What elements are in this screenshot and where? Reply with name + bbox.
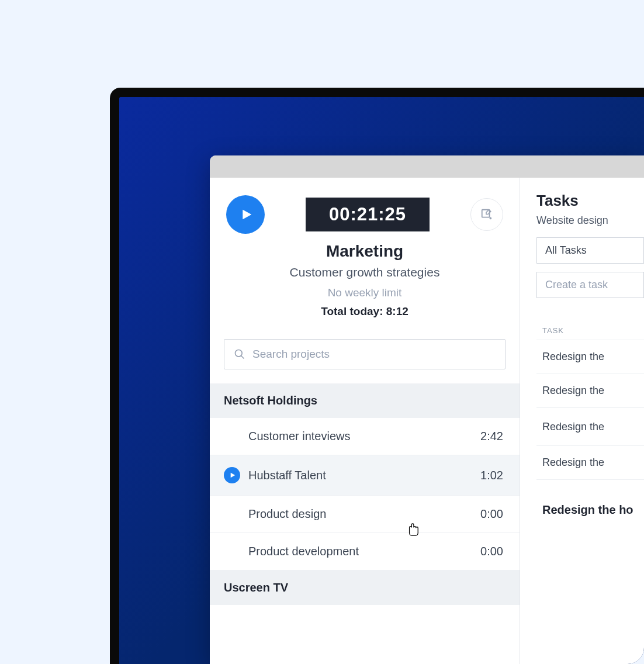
project-name: Hubstaff Talent [248, 469, 472, 482]
tasks-filter-select[interactable]: All Tasks [536, 237, 644, 264]
active-task-name: Customer growth strategies [226, 265, 503, 279]
task-row[interactable]: Redesign the [536, 408, 644, 446]
project-name: Product design [248, 507, 472, 521]
tasks-heading: Tasks [536, 192, 644, 210]
timer-pane: 00:21:25 Marketing Customer g [210, 178, 520, 664]
active-project-name: Marketing [226, 242, 503, 261]
tasks-filter-value: All Tasks [545, 244, 587, 256]
search-projects-input[interactable] [224, 339, 505, 369]
task-name: Redesign the [542, 456, 604, 469]
create-task-field[interactable] [545, 279, 635, 291]
task-name: Redesign the [542, 385, 604, 397]
project-name: Product development [248, 545, 472, 558]
company-header: Uscreen TV [210, 570, 520, 605]
time-display: 00:21:25 [306, 198, 430, 231]
search-icon [234, 348, 245, 360]
edit-note-button[interactable] [470, 198, 503, 231]
start-timer-button[interactable] [226, 195, 265, 234]
window-titlebar [210, 155, 644, 178]
task-row[interactable]: Redesign the [536, 446, 644, 480]
project-time: 2:42 [480, 430, 503, 443]
svg-point-3 [236, 350, 243, 357]
project-time: 1:02 [480, 469, 503, 482]
task-name: Redesign the [542, 351, 604, 363]
task-row[interactable]: Redesign the [536, 374, 644, 408]
app-window: 00:21:25 Marketing Customer g [210, 155, 644, 664]
edit-icon [480, 208, 493, 221]
project-play-slot [224, 467, 240, 483]
play-icon [230, 472, 236, 479]
project-name: Customer inteviews [248, 430, 472, 443]
create-task-input[interactable] [536, 272, 644, 298]
selected-task-footer: Redesign the ho [536, 480, 644, 517]
company-header: Netsoft Holdings [210, 383, 520, 418]
play-icon [241, 208, 252, 222]
task-column-header: TASK [536, 321, 644, 340]
project-row[interactable]: Customer inteviews2:42 [210, 418, 520, 455]
project-row[interactable]: Product design0:00 [210, 496, 520, 533]
weekly-limit-text: No weekly limit [226, 286, 503, 299]
task-row[interactable]: Redesign the [536, 340, 644, 374]
project-row[interactable]: Hubstaff Talent1:02 [210, 455, 520, 496]
task-name: Redesign the [542, 421, 604, 433]
monitor-frame: 00:21:25 Marketing Customer g [110, 88, 644, 664]
project-time: 0:00 [480, 545, 503, 558]
project-time: 0:00 [480, 507, 503, 521]
search-projects-field[interactable] [252, 348, 496, 361]
total-today-text: Total today: 8:12 [226, 305, 503, 318]
project-play-button[interactable] [224, 467, 240, 483]
svg-line-4 [241, 356, 244, 359]
project-row[interactable]: Product development0:00 [210, 533, 520, 570]
tasks-pane: Tasks Website design All Tasks TASK Rede… [520, 178, 644, 664]
tasks-project-name: Website design [536, 215, 644, 227]
